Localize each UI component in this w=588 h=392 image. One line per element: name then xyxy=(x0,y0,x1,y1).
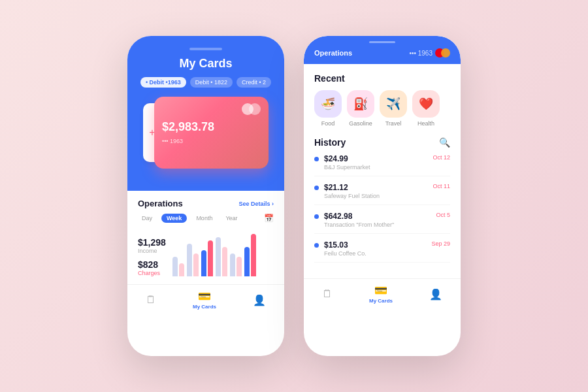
income-amount: $1,298 xyxy=(138,237,166,248)
bar-item xyxy=(237,257,242,276)
operations-title: Operations xyxy=(138,199,183,208)
cards-icon-right: 💳 xyxy=(374,284,387,297)
arrow-icon: › xyxy=(272,201,274,207)
bar-item xyxy=(193,253,199,276)
recent-item-food[interactable]: 🍜 Food xyxy=(314,90,342,127)
notch xyxy=(189,48,222,50)
tab-week[interactable]: Week xyxy=(161,214,187,223)
health-icon-circle: ❤️ xyxy=(412,90,440,118)
nav-item-home[interactable]: 🗒 xyxy=(146,294,156,306)
history-header: History 🔍 xyxy=(314,137,450,148)
time-tabs: Day Week Month Year 📅 xyxy=(138,214,274,223)
notch xyxy=(369,41,395,43)
main-credit-card: $2,983.78 ••• 1963 xyxy=(154,97,269,169)
nav-item-profile[interactable]: 👤 xyxy=(253,294,266,306)
operations-label: Operations xyxy=(314,49,352,57)
nav-item-home-right[interactable]: 🗒 xyxy=(322,288,333,300)
search-icon[interactable]: 🔍 xyxy=(439,137,450,148)
tab-debit-1822[interactable]: Debit • 1822 xyxy=(190,77,233,88)
mc-yellow-circle xyxy=(441,48,450,57)
operations-header: Operations See Details › xyxy=(138,199,274,208)
card-circles-icon xyxy=(242,103,261,115)
nav-item-profile-right[interactable]: 👤 xyxy=(429,288,442,301)
transaction-merchant: Feilu Coffee Co. xyxy=(324,250,431,257)
bar-item xyxy=(230,253,235,276)
bar-item xyxy=(251,234,256,276)
left-bottom-section: Operations See Details › Day Week Month … xyxy=(127,191,284,284)
history-info: $15.03 Feilu Coffee Co. xyxy=(324,240,431,257)
nav-item-cards-right[interactable]: 💳 My Cards xyxy=(369,284,393,304)
history-info: $21.12 Safeway Fuel Station xyxy=(324,183,433,199)
left-top-section: My Cards • Debit •1963 Debit • 1822 Cred… xyxy=(127,36,284,191)
cards-icon: 💳 xyxy=(198,290,211,302)
transaction-date: Oct 11 xyxy=(433,183,450,189)
transaction-amount: $24.99 xyxy=(324,154,433,163)
circle-right xyxy=(249,103,261,115)
profile-icon-right: 👤 xyxy=(429,288,442,301)
card-amount: $2,983.78 xyxy=(162,120,261,134)
dot-icon xyxy=(314,243,319,248)
nav-cards-label: My Cards xyxy=(193,304,216,310)
transaction-amount: $642.98 xyxy=(324,212,436,221)
right-content: Recent 🍜 Food ⛽ Gasoline ✈️ Travel ❤️ He… xyxy=(304,64,461,278)
bar-group-5 xyxy=(230,253,242,276)
top-bar: Operations ••• 1963 xyxy=(314,48,450,57)
card-tabs: • Debit •1963 Debit • 1822 Credit • 2 xyxy=(137,77,275,88)
history-item-2[interactable]: $21.12 Safeway Fuel Station Oct 11 xyxy=(314,183,450,205)
history-info: $24.99 B&J Supermarket xyxy=(324,154,433,171)
dot-icon xyxy=(314,214,319,219)
health-label: Health xyxy=(417,120,434,127)
transaction-merchant: Safeway Fuel Station xyxy=(324,193,433,199)
bar-group-3 xyxy=(201,240,213,276)
history-section: History 🔍 $24.99 B&J Supermarket Oct 12 … xyxy=(314,137,450,263)
tab-day[interactable]: Day xyxy=(138,214,156,223)
bar-item xyxy=(172,257,178,276)
transaction-merchant: Transaction "From Mother" xyxy=(324,221,436,228)
phones-container: My Cards • Debit •1963 Debit • 1822 Cred… xyxy=(127,36,461,356)
charges-label: Charges xyxy=(138,270,166,276)
mastercard-icon xyxy=(435,48,450,57)
recent-item-travel[interactable]: ✈️ Travel xyxy=(380,90,407,127)
tab-credit[interactable]: Credit • 2 xyxy=(237,77,271,88)
history-item-1[interactable]: $24.99 B&J Supermarket Oct 12 xyxy=(314,154,450,176)
dot-icon xyxy=(314,186,319,190)
transaction-date: Oct 12 xyxy=(433,154,450,161)
transaction-amount: $15.03 xyxy=(324,240,431,250)
nav-item-cards[interactable]: 💳 My Cards xyxy=(193,290,216,310)
see-details-link[interactable]: See Details › xyxy=(238,201,274,207)
right-phone: Operations ••• 1963 Recent 🍜 Food xyxy=(304,36,461,356)
card-area: + $2,983.78 ••• 1963 xyxy=(143,97,269,182)
bar-item xyxy=(187,244,192,276)
tab-year[interactable]: Year xyxy=(221,214,241,223)
card-number-dots: ••• 1963 xyxy=(409,50,433,57)
bar-group-1 xyxy=(172,257,184,276)
tab-debit-1963[interactable]: • Debit •1963 xyxy=(140,77,186,88)
right-top-section: Operations ••• 1963 xyxy=(304,36,461,64)
tab-month[interactable]: Month xyxy=(192,214,216,223)
history-item-4[interactable]: $15.03 Feilu Coffee Co. Sep 29 xyxy=(314,240,450,263)
recent-item-health[interactable]: ❤️ Health xyxy=(412,90,440,127)
income-label: Income xyxy=(138,248,166,254)
bar-item xyxy=(244,247,250,276)
history-item-3[interactable]: $642.98 Transaction "From Mother" Oct 5 xyxy=(314,212,450,234)
card-logo xyxy=(162,103,261,115)
nav-cards-label-right: My Cards xyxy=(369,298,393,304)
bar-item xyxy=(208,240,213,276)
recent-item-gasoline[interactable]: ⛽ Gasoline xyxy=(347,90,374,127)
food-label: Food xyxy=(321,120,335,127)
bar-item xyxy=(201,250,206,276)
bar-chart xyxy=(172,231,274,276)
profile-icon: 👤 xyxy=(253,294,266,306)
home-icon: 🗒 xyxy=(146,294,156,306)
card-info: ••• 1963 xyxy=(409,48,450,57)
page-title: My Cards xyxy=(137,57,275,71)
card-number: ••• 1963 xyxy=(162,138,261,144)
bar-item xyxy=(222,247,227,276)
transaction-date: Oct 5 xyxy=(436,212,450,218)
history-title: History xyxy=(314,137,346,148)
gasoline-label: Gasoline xyxy=(349,120,372,127)
history-info: $642.98 Transaction "From Mother" xyxy=(324,212,436,228)
food-icon-circle: 🍜 xyxy=(314,90,342,118)
recent-title: Recent xyxy=(314,73,450,84)
calendar-icon[interactable]: 📅 xyxy=(264,214,274,223)
